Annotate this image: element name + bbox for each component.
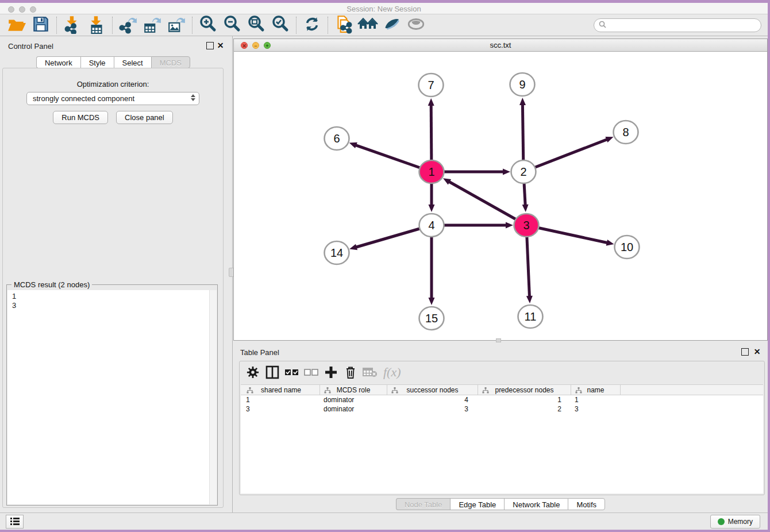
select-all-button[interactable] (283, 364, 301, 381)
add-button[interactable] (322, 364, 340, 381)
graph-node-15[interactable]: 15 (419, 307, 444, 330)
graph-node-10[interactable]: 10 (615, 236, 640, 259)
svg-text:f(x): f(x) (383, 365, 401, 379)
tab-node-table[interactable]: Node Table (396, 498, 451, 510)
edge-1-6[interactable] (349, 142, 432, 172)
table-cell[interactable]: dominator (320, 395, 387, 404)
zoom-out-button[interactable] (220, 16, 244, 35)
graph-node-7[interactable]: 7 (419, 74, 444, 97)
open-folder-button[interactable] (5, 16, 29, 35)
network-canvas[interactable]: 1234678910111415 (234, 52, 767, 340)
table-cell[interactable]: 1 (571, 395, 621, 404)
search-field[interactable] (594, 18, 761, 32)
node-table-container: f(x) shared nameMCDS rolesuccessor nodes… (239, 361, 765, 495)
import-table-button[interactable] (84, 16, 109, 35)
table-row[interactable]: 1dominator411 (241, 395, 763, 404)
mcds-result-title: MCDS result (2 nodes) (11, 280, 92, 289)
birdseye-icon (406, 14, 426, 36)
node-label: 1 (428, 165, 434, 178)
memory-button-label: Memory (728, 518, 753, 526)
eye-slash-icon (382, 14, 402, 36)
table-cell[interactable]: 1 (242, 395, 320, 404)
graph-node-9[interactable]: 9 (510, 73, 535, 96)
canvas-resize-grip[interactable] (496, 338, 501, 342)
result-scrollbar[interactable] (209, 290, 217, 504)
graph-node-4[interactable]: 4 (419, 214, 444, 237)
column-header-successor-nodes[interactable]: successor nodes (387, 385, 478, 395)
tree-icon (575, 387, 582, 395)
column-header-name[interactable]: name (571, 385, 621, 395)
graph-node-14[interactable]: 14 (325, 241, 349, 264)
tab-style[interactable]: Style (80, 56, 114, 68)
edge-2-8[interactable] (523, 137, 614, 172)
houses-button[interactable] (356, 16, 380, 35)
column-header-label: MCDS role (337, 386, 371, 394)
columns-button[interactable] (264, 364, 281, 381)
column-header-predecessor-nodes[interactable]: predecessor nodes (478, 385, 571, 395)
close-panel-button[interactable]: Close panel (116, 111, 173, 124)
import-network-button[interactable] (60, 16, 84, 35)
delete-table-icon (363, 367, 378, 380)
birdseye-button[interactable] (404, 16, 428, 35)
criterion-dropdown[interactable]: strongly connected component (26, 92, 199, 105)
float-panel-icon[interactable] (206, 42, 214, 49)
open-folder-icon (7, 14, 26, 36)
edge-3-1[interactable] (443, 178, 526, 225)
save-icon (31, 14, 51, 36)
float-table-panel-icon[interactable] (741, 348, 749, 356)
memory-button[interactable]: Memory (710, 515, 760, 529)
tab-edge-table[interactable]: Edge Table (450, 498, 504, 510)
export-image-button[interactable] (164, 16, 188, 35)
arrowhead-icon (506, 222, 513, 229)
column-header-MCDS-role[interactable]: MCDS role (320, 385, 387, 395)
zoom-fit-button[interactable] (244, 16, 268, 35)
gear-button[interactable] (244, 364, 261, 381)
copy-network-button[interactable] (332, 16, 356, 35)
table-cell[interactable]: 4 (387, 395, 478, 404)
export-network-button[interactable] (116, 16, 140, 35)
window-titlebar: Session: New Session (0, 3, 768, 14)
graph-node-8[interactable]: 8 (614, 121, 638, 144)
table-row[interactable]: 3dominator323 (241, 404, 763, 414)
export-table-button[interactable] (140, 16, 164, 35)
table-cell[interactable]: 2 (478, 404, 571, 414)
task-list-button[interactable] (6, 515, 24, 529)
edge-3-10[interactable] (526, 225, 614, 246)
table-cell[interactable]: 3 (242, 404, 320, 414)
table-cell[interactable]: 1 (478, 395, 571, 404)
eye-slash-button[interactable] (380, 16, 404, 35)
table-cell[interactable]: 3 (571, 404, 621, 414)
table-cell[interactable]: dominator (320, 404, 387, 414)
close-panel-icon[interactable]: ✕ (217, 42, 224, 49)
table-cell[interactable]: 3 (387, 404, 478, 414)
column-header-label: predecessor nodes (495, 386, 553, 394)
mcds-result-textarea[interactable]: 13 (7, 290, 217, 504)
graph-node-1[interactable]: 1 (419, 160, 444, 183)
search-input[interactable] (609, 20, 761, 31)
trash-button[interactable] (342, 364, 359, 381)
zoom-in-button[interactable] (196, 16, 220, 35)
save-button[interactable] (29, 16, 53, 35)
tab-network-table[interactable]: Network Table (504, 498, 568, 510)
memory-status-icon (718, 518, 725, 525)
run-mcds-button[interactable]: Run MCDS (53, 111, 108, 124)
task-list-icon (10, 517, 20, 527)
refresh-button[interactable] (300, 16, 324, 35)
arrowhead-icon (606, 240, 614, 246)
graph-node-11[interactable]: 11 (518, 305, 543, 328)
tab-select[interactable]: Select (114, 56, 151, 68)
node-table: shared nameMCDS rolesuccessor nodesprede… (241, 384, 763, 494)
delete-table-button (361, 364, 379, 381)
graph-node-6[interactable]: 6 (325, 127, 349, 150)
deselect-all-button[interactable] (303, 364, 320, 381)
graph-node-2[interactable]: 2 (511, 160, 536, 183)
close-table-panel-icon[interactable]: ✕ (753, 348, 761, 356)
zoom-selected-button[interactable] (268, 16, 292, 35)
graph-node-3[interactable]: 3 (514, 214, 539, 237)
table-panel: Table Panel ✕ f(x) shared nameMCDS roles… (233, 343, 768, 512)
tab-network[interactable]: Network (36, 56, 80, 68)
tab-mcds[interactable]: MCDS (151, 56, 190, 68)
column-header-shared-name[interactable]: shared name (242, 385, 320, 395)
function-icon: f(x) (382, 365, 403, 381)
tab-motifs[interactable]: Motifs (568, 498, 605, 510)
